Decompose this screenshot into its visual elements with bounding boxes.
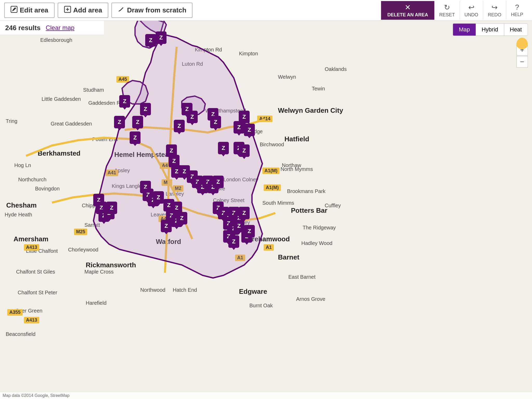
z-marker[interactable]: Z xyxy=(239,207,250,219)
map-view-toggle: Map Hybrid Heat xyxy=(453,23,528,36)
z-marker[interactable]: Z xyxy=(187,111,198,123)
help-icon: ? xyxy=(515,3,519,11)
z-marker[interactable]: Z xyxy=(244,124,255,136)
toolbar-right-actions: ✕ DELETE AN AREA ↻ RESET ↩ UNDO ↪ REDO ?… xyxy=(381,1,528,20)
z-marker[interactable]: Z xyxy=(130,131,141,144)
map-background xyxy=(0,0,532,399)
draw-from-scratch-button[interactable]: Draw from scratch xyxy=(111,3,192,18)
z-marker[interactable]: Z xyxy=(145,34,156,46)
results-count: 246 results xyxy=(5,24,41,32)
reset-label: RESET xyxy=(439,12,455,18)
undo-button[interactable]: ↩ UNDO xyxy=(460,1,483,20)
heat-view-button[interactable]: Heat xyxy=(504,24,528,36)
toolbar: Edit area Add area Draw from scratch ✕ D… xyxy=(0,0,532,21)
z-marker[interactable]: Z xyxy=(218,142,229,154)
z-marker[interactable]: Z xyxy=(161,220,172,232)
z-marker[interactable]: Z xyxy=(106,202,117,214)
add-area-icon xyxy=(64,6,71,15)
redo-button[interactable]: ↪ REDO xyxy=(483,1,506,20)
delete-area-button[interactable]: ✕ DELETE AN AREA xyxy=(381,1,434,20)
z-marker[interactable]: Z xyxy=(176,212,187,224)
z-marker[interactable]: Z xyxy=(174,120,185,132)
z-marker[interactable]: Z xyxy=(156,31,167,44)
svg-line-4 xyxy=(119,10,120,11)
z-marker[interactable]: Z xyxy=(213,176,224,188)
edit-area-icon xyxy=(10,6,18,15)
undo-label: UNDO xyxy=(464,12,478,18)
draw-from-scratch-label: Draw from scratch xyxy=(127,6,186,14)
delete-icon: ✕ xyxy=(405,3,411,12)
map-view-button[interactable]: Map xyxy=(453,24,476,36)
z-marker[interactable]: Z xyxy=(210,116,221,128)
z-marker[interactable]: Z xyxy=(228,235,239,248)
delete-area-label: DELETE AN AREA xyxy=(387,12,428,18)
add-area-button[interactable]: Add area xyxy=(58,3,108,18)
z-marker[interactable]: Z xyxy=(239,144,250,157)
z-marker[interactable]: Z xyxy=(153,191,164,204)
z-marker[interactable]: Z xyxy=(114,116,125,128)
zoom-out-button[interactable]: − xyxy=(516,56,528,68)
reset-button[interactable]: ↻ RESET xyxy=(434,1,460,20)
reset-icon: ↻ xyxy=(444,3,450,12)
edit-area-label: Edit area xyxy=(20,6,48,14)
add-area-label: Add area xyxy=(73,6,102,14)
redo-icon: ↪ xyxy=(491,3,497,12)
z-marker[interactable]: Z xyxy=(239,111,250,123)
z-marker[interactable]: Z xyxy=(140,103,151,115)
z-marker[interactable]: Z xyxy=(244,225,255,237)
clear-map-link[interactable]: Clear map xyxy=(46,24,75,31)
redo-label: REDO xyxy=(488,12,501,18)
help-label: HELP xyxy=(511,12,523,17)
results-bar: 246 results Clear map xyxy=(0,21,104,35)
undo-icon: ↩ xyxy=(468,3,474,12)
map-container: Edit area Add area Draw from scratch ✕ D… xyxy=(0,0,532,399)
draw-icon xyxy=(118,6,125,15)
copyright-bar: Map data ©2014 Google, StreetMap xyxy=(0,392,532,399)
help-button[interactable]: ? HELP xyxy=(506,1,528,19)
edit-area-button[interactable]: Edit area xyxy=(4,3,55,18)
z-marker[interactable]: Z xyxy=(119,95,130,108)
copyright-text: Map data ©2014 Google, StreetMap xyxy=(3,393,69,398)
street-view-pegman[interactable] xyxy=(516,38,528,49)
hybrid-view-button[interactable]: Hybrid xyxy=(476,24,504,36)
z-marker[interactable]: Z xyxy=(132,116,143,128)
